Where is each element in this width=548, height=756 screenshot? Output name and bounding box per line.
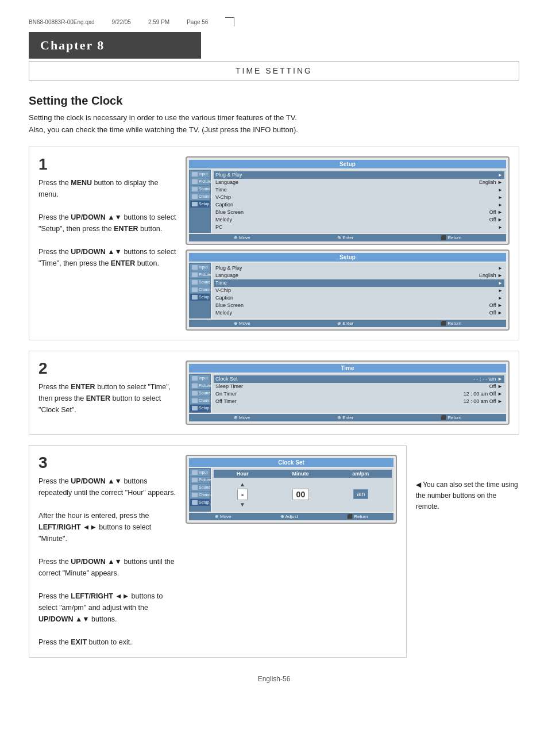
menu-row-vchip-1b: V-Chip► — [214, 287, 504, 294]
step-1-number: 1 — [38, 156, 176, 172]
clock-ampm-col: am — [353, 489, 368, 499]
note-text: You can also set the time using the numb… — [416, 481, 518, 511]
sidebar-channel: Channel — [190, 193, 210, 200]
clock-col-ampm: am/pm — [352, 471, 369, 477]
step-3-text: Press the UP/DOWN ▲▼ buttons repeatedly … — [38, 475, 176, 648]
sidebar-input-2: Input — [190, 375, 210, 382]
sidebar-setup-2: Setup — [190, 405, 210, 412]
tv-screen-1b: Setup Input Picture Sound Channel — [186, 250, 510, 331]
clock-minute-col: 00 — [292, 489, 310, 500]
tv-clock-header: Hour Minute am/pm — [214, 470, 392, 478]
ampm-value: am — [353, 489, 368, 499]
hour-up-arrow: ▲ — [240, 481, 245, 488]
chapter-title: Chapter 8 — [29, 32, 201, 59]
section-title: Setting the Clock — [29, 94, 519, 108]
chapter-subtitle: TIME SETTING — [29, 61, 519, 80]
crop-mark-tl — [225, 17, 234, 26]
tv-sidebar-2: Input Picture Sound Channel Setup — [189, 374, 211, 413]
sidebar-setup-3: Setup — [190, 499, 210, 506]
tv-sidebar-1a: Input Picture Sound Channel Setup — [189, 170, 211, 233]
step-2-right: Time Input Picture Sound Channel — [186, 360, 510, 425]
chapter-header: Chapter 8 TIME SETTING — [29, 32, 519, 80]
menu-row-melody: MelodyOff ► — [214, 216, 504, 224]
file-time: 2:59 PM — [148, 19, 169, 25]
tv-screen-3: Clock Set Input Picture Sound — [186, 455, 397, 524]
tv-bottom-1b: ⊕ Move⊕ Enter⬛ Return — [189, 320, 506, 327]
sidebar-sound-2: Sound — [190, 390, 210, 397]
step-1-right: Setup Input Picture Sound Channel — [186, 156, 510, 331]
sidebar-setup-1b: Setup — [190, 294, 210, 301]
step-2-left: 2 Press the ENTER button to select "Time… — [38, 360, 176, 425]
sidebar-picture-2: Picture — [190, 382, 210, 389]
step-1-block: 1 Press the MENU button to display the m… — [29, 147, 519, 340]
menu-row-caption-1b: Caption► — [214, 294, 504, 302]
step-3-right: Clock Set Input Picture Sound — [186, 455, 397, 648]
tv-screen-2: Time Input Picture Sound Channel — [186, 360, 510, 425]
menu-row-plugplay: Plug & Play► — [214, 171, 504, 179]
page-number: English-56 — [258, 675, 291, 683]
sidebar-input: Input — [190, 171, 210, 178]
menu-row-caption: Caption► — [214, 201, 504, 209]
step-2-block: 2 Press the ENTER button to select "Time… — [29, 351, 519, 435]
minute-value: 00 — [292, 489, 310, 500]
menu-row-bluescreen-1b: Blue ScreenOff ► — [214, 302, 504, 309]
step-1-text: Press the MENU button to display the men… — [38, 177, 176, 269]
tv-clock-content: Hour Minute am/pm ▲ - ▼ — [212, 468, 393, 512]
step-3-main: 3 Press the UP/DOWN ▲▼ buttons repeatedl… — [29, 445, 407, 658]
sidebar-sound-1b: Sound — [190, 279, 210, 286]
menu-row-clockset: Clock Set- - : - - am ► — [214, 375, 504, 383]
menu-row-plugplay-1b: Plug & Play► — [214, 264, 504, 272]
step-3-wrapper: 3 Press the UP/DOWN ▲▼ buttons repeatedl… — [29, 445, 519, 658]
sidebar-sound: Sound — [190, 186, 210, 193]
step-3-sidenote: ◀ You can also set the time using the nu… — [416, 445, 519, 513]
clock-col-hour: Hour — [237, 471, 249, 477]
clock-hour-col: ▲ - ▼ — [237, 481, 248, 508]
menu-row-ontimer: On Timer12 : 00 am Off ► — [214, 390, 504, 398]
menu-row-time: Time► — [214, 186, 504, 194]
sidebar-setup: Setup — [190, 201, 210, 208]
hour-value: - — [237, 489, 248, 500]
hour-down-arrow: ▼ — [240, 501, 245, 508]
menu-row-language-1b: LanguageEnglish ► — [214, 272, 504, 279]
clock-col-minute: Minute — [292, 471, 308, 477]
tv-clock-values: ▲ - ▼ 00 am — [214, 479, 392, 510]
sidebar-channel-1b: Channel — [190, 286, 210, 293]
file-info-bar: BN68-00883R-00Eng.qxd 9/22/05 2:59 PM Pa… — [29, 17, 519, 26]
page-footer: English-56 — [29, 675, 519, 683]
tv-bottom-1a: ⊕ Move⊕ Enter⬛ Return — [189, 234, 506, 241]
tv-bottom-3: ⊕ Move⊕ Adjust⬛ Return — [189, 513, 393, 520]
sidebar-sound-3: Sound — [190, 484, 210, 491]
tv-screen-3-title: Clock Set — [189, 458, 393, 467]
step-3-block: 3 Press the UP/DOWN ▲▼ buttons repeatedl… — [29, 445, 407, 658]
tv-sidebar-3: Input Picture Sound Channel — [189, 468, 211, 512]
file-date: 9/22/05 — [112, 19, 131, 25]
section-intro: Setting the clock is necessary in order … — [29, 112, 519, 136]
step-2-text: Press the ENTER button to select "Time",… — [38, 381, 176, 416]
menu-row-melody-1b: MelodyOff ► — [214, 309, 504, 317]
tv-screen-1a: Setup Input Picture Sound Channel — [186, 156, 510, 245]
intro-line1: Setting the clock is necessary in order … — [29, 113, 297, 122]
file-info-text: BN68-00883R-00Eng.qxd — [29, 19, 95, 25]
sidebar-picture: Picture — [190, 178, 210, 185]
step-2-number: 2 — [38, 360, 176, 377]
step-1-left: 1 Press the MENU button to display the m… — [38, 156, 176, 331]
sidebar-channel-3: Channel — [190, 492, 210, 498]
menu-row-offtimer: Off Timer12 : 00 am Off ► — [214, 398, 504, 405]
step-3-left: 3 Press the UP/DOWN ▲▼ buttons repeatedl… — [38, 455, 176, 648]
tv-content-1a: Plug & Play► LanguageEnglish ► Time► V-C… — [212, 170, 506, 233]
menu-row-pc: PC► — [214, 224, 504, 231]
intro-line2: Also, you can check the time while watch… — [29, 125, 298, 134]
menu-row-time-1b: Time► — [214, 279, 504, 287]
tv-content-1b: Plug & Play► LanguageEnglish ► Time► V-C… — [212, 263, 506, 318]
tv-screen-1a-title: Setup — [189, 160, 506, 168]
sidebar-input-1b: Input — [190, 264, 210, 271]
sidebar-input-3: Input — [190, 469, 210, 476]
sidebar-picture-1b: Picture — [190, 271, 210, 278]
menu-row-language: LanguageEnglish ► — [214, 179, 504, 186]
sidebar-channel-2: Channel — [190, 397, 210, 404]
step-3-number: 3 — [38, 455, 176, 471]
tv-bottom-2: ⊕ Move⊕ Enter⬛ Return — [189, 414, 506, 421]
menu-row-bluescreen: Blue ScreenOff ► — [214, 209, 504, 216]
menu-row-vchip: V-Chip► — [214, 194, 504, 201]
tv-screen-1b-title: Setup — [189, 253, 506, 262]
